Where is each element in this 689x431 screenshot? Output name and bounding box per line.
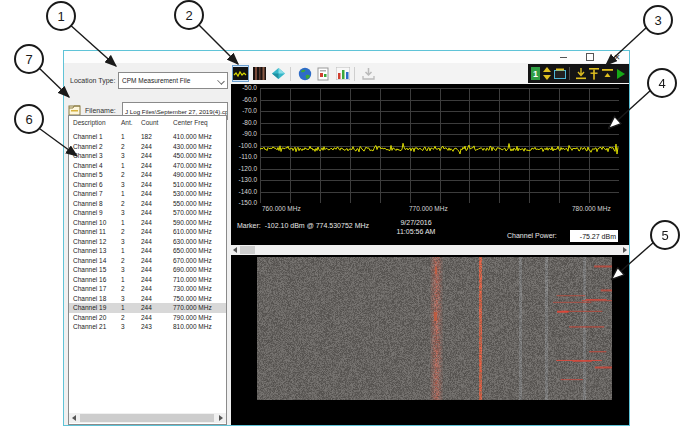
table-cell: 244 xyxy=(141,162,152,169)
table-cell: Channel 15 xyxy=(73,266,106,273)
table-cell: 510.000 MHz xyxy=(173,181,212,188)
table-cell: 244 xyxy=(141,143,152,150)
table-cell: 244 xyxy=(141,152,152,159)
table-row[interactable]: Channel 213243810.000 MHz xyxy=(69,322,226,332)
table-row[interactable]: Channel 11182410.000 MHz xyxy=(69,132,226,142)
table-row[interactable]: Channel 131244650.000 MHz xyxy=(69,246,226,256)
table-cell: 2 xyxy=(121,228,125,235)
table-row[interactable]: Channel 93244570.000 MHz xyxy=(69,208,226,218)
table-cell: Channel 2 xyxy=(73,143,103,150)
table-hscrollbar[interactable] xyxy=(69,413,226,423)
table-cell: 450.000 MHz xyxy=(173,152,212,159)
table-cell: 1 xyxy=(121,133,125,140)
table-row[interactable]: Channel 52244490.000 MHz xyxy=(69,170,226,180)
table-row[interactable]: Channel 123244630.000 MHz xyxy=(69,237,226,247)
col-header-centerfreq[interactable]: Center Freq xyxy=(173,119,208,126)
toolbar-separator xyxy=(290,67,291,81)
table-cell: 550.000 MHz xyxy=(173,200,212,207)
display-hscroll-thumb[interactable] xyxy=(240,246,255,254)
chevron-down-icon xyxy=(217,77,225,85)
table-cell: 244 xyxy=(141,219,152,226)
filename-label: Filename: xyxy=(85,107,116,114)
col-header-count[interactable]: Count xyxy=(141,119,158,126)
table-cell: Channel 17 xyxy=(73,285,106,292)
3d-view-button[interactable] xyxy=(270,65,287,82)
table-cell: 2 xyxy=(121,314,125,321)
spectrogram-view-button[interactable] xyxy=(251,65,268,82)
col-header-description[interactable]: Description xyxy=(73,119,106,126)
table-cell: Channel 9 xyxy=(73,209,103,216)
minimize-button[interactable] xyxy=(555,52,571,62)
scroll-right-icon[interactable] xyxy=(219,415,223,421)
spectrum-canvas[interactable] xyxy=(260,88,619,203)
table-row[interactable]: Channel 41244470.000 MHz xyxy=(69,161,226,171)
table-row[interactable]: Channel 183244750.000 MHz xyxy=(69,294,226,304)
y-tick-label: -70.0 xyxy=(233,107,257,114)
scroll-left-icon[interactable] xyxy=(233,247,237,253)
table-row[interactable]: Channel 71244530.000 MHz xyxy=(69,189,226,199)
table-row[interactable]: Channel 191244770.000 MHz xyxy=(69,303,226,313)
spectrogram-canvas[interactable] xyxy=(257,257,612,400)
callout-7: 7 xyxy=(14,44,44,74)
table-row[interactable]: Channel 202244790.000 MHz xyxy=(69,313,226,323)
spectrum-display[interactable]: -50.0-60.0-70.0-80.0-90.0-100.0-110.0-12… xyxy=(231,84,629,215)
table-row[interactable]: Channel 63244510.000 MHz xyxy=(69,180,226,190)
table-cell: Channel 7 xyxy=(73,190,103,197)
marker-to-valley-button[interactable] xyxy=(602,68,613,80)
toolbar-separator xyxy=(569,67,570,80)
maximize-button[interactable] xyxy=(582,52,598,62)
table-cell: 2 xyxy=(121,200,125,207)
table-row[interactable]: Channel 153244690.000 MHz xyxy=(69,265,226,275)
map-view-button[interactable] xyxy=(296,65,313,82)
table-cell: 3 xyxy=(121,152,125,159)
display-capture-icon xyxy=(554,68,566,79)
marker-to-min-button[interactable] xyxy=(576,68,586,80)
table-cell: 244 xyxy=(141,200,152,207)
table-row[interactable]: Channel 142244670.000 MHz xyxy=(69,256,226,266)
marker-status-bar: Marker: -102.10 dBm @ 774.530752 MHz 9/2… xyxy=(231,215,629,245)
table-cell: 3 xyxy=(121,238,125,245)
table-row[interactable]: Channel 82244550.000 MHz xyxy=(69,199,226,209)
table-cell: 182 xyxy=(141,133,152,140)
scroll-left-icon[interactable] xyxy=(72,415,76,421)
table-row[interactable]: Channel 22244430.000 MHz xyxy=(69,142,226,152)
table-cell: 650.000 MHz xyxy=(173,247,212,254)
table-cell: Channel 8 xyxy=(73,200,103,207)
location-type-dropdown[interactable]: CPM Measurement File xyxy=(118,72,228,89)
spectrum-view-button[interactable] xyxy=(232,65,249,82)
marker-to-peak-button[interactable] xyxy=(589,68,599,80)
marker-min-icon xyxy=(576,68,586,80)
table-cell: 244 xyxy=(141,247,152,254)
table-hscroll-thumb[interactable] xyxy=(80,414,214,422)
table-cell: 470.000 MHz xyxy=(173,162,212,169)
table-cell: 3 xyxy=(121,181,125,188)
table-row[interactable]: Channel 33244450.000 MHz xyxy=(69,151,226,161)
table-cell: 530.000 MHz xyxy=(173,190,212,197)
spectrogram-display[interactable] xyxy=(231,255,629,425)
close-icon: ✕ xyxy=(614,53,621,62)
date-text: 9/27/2016 xyxy=(371,218,461,227)
report-button[interactable] xyxy=(315,65,332,82)
table-cell: 730.000 MHz xyxy=(173,285,212,292)
table-cell: 710.000 MHz xyxy=(173,276,212,283)
table-cell: 1 xyxy=(121,247,125,254)
play-icon[interactable] xyxy=(617,69,625,79)
trace-updown-button[interactable] xyxy=(543,67,551,80)
chart-button[interactable] xyxy=(334,65,351,82)
table-cell: 3 xyxy=(121,295,125,302)
table-row[interactable]: Channel 161244710.000 MHz xyxy=(69,275,226,285)
channel-table[interactable]: Description Ant. Count Center Freq Chann… xyxy=(68,115,227,425)
trace-number-badge[interactable]: 1 xyxy=(531,67,540,80)
table-row[interactable]: Channel 172244730.000 MHz xyxy=(69,284,226,294)
minimize-icon xyxy=(560,57,567,58)
display-hscrollbar[interactable] xyxy=(231,245,629,255)
table-row[interactable]: Channel 101244590.000 MHz xyxy=(69,218,226,228)
scroll-right-icon[interactable] xyxy=(623,247,627,253)
location-type-label: Location Type: xyxy=(70,77,115,84)
close-button[interactable]: ✕ xyxy=(609,52,625,62)
table-row[interactable]: Channel 112244610.000 MHz xyxy=(69,227,226,237)
table-cell: Channel 4 xyxy=(73,162,103,169)
table-cell: Channel 13 xyxy=(73,247,106,254)
col-header-ant[interactable]: Ant. xyxy=(121,119,133,126)
display-capture-button[interactable] xyxy=(554,68,566,79)
